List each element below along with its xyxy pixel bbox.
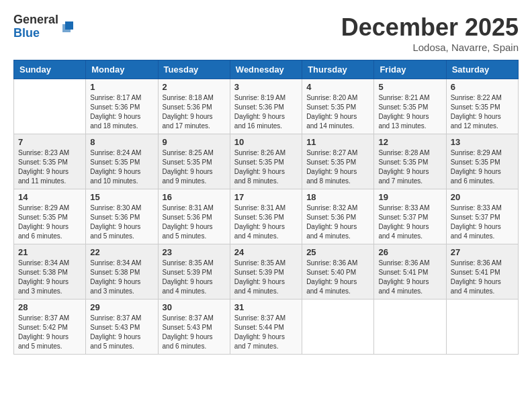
day-info: Sunrise: 8:34 AMSunset: 5:38 PMDaylight:… — [18, 259, 81, 296]
calendar-cell: 14Sunrise: 8:29 AMSunset: 5:35 PMDayligh… — [14, 189, 86, 244]
month-title: December 2025 — [341, 13, 519, 42]
day-number: 27 — [451, 247, 514, 257]
page-header: General Blue December 2025 Lodosa, Navar… — [13, 13, 519, 53]
day-info: Sunrise: 8:29 AMSunset: 5:35 PMDaylight:… — [18, 203, 81, 241]
day-info: Sunrise: 8:21 AMSunset: 5:35 PMDaylight:… — [378, 93, 441, 131]
day-info: Sunrise: 8:26 AMSunset: 5:35 PMDaylight:… — [234, 148, 298, 186]
day-info: Sunrise: 8:30 AMSunset: 5:36 PMDaylight:… — [90, 203, 153, 241]
svg-marker-1 — [62, 24, 71, 32]
day-number: 5 — [378, 82, 441, 92]
day-info: Sunrise: 8:31 AMSunset: 5:36 PMDaylight:… — [234, 203, 298, 241]
calendar-cell: 1Sunrise: 8:17 AMSunset: 5:36 PMDaylight… — [86, 79, 158, 134]
calendar-header-sunday: Sunday — [14, 60, 86, 79]
location: Lodosa, Navarre, Spain — [341, 42, 519, 53]
day-number: 31 — [234, 302, 298, 312]
day-info: Sunrise: 8:17 AMSunset: 5:36 PMDaylight:… — [90, 93, 153, 131]
day-number: 13 — [451, 137, 514, 147]
calendar-cell: 28Sunrise: 8:37 AMSunset: 5:42 PMDayligh… — [14, 300, 86, 355]
day-number: 17 — [234, 192, 298, 202]
day-info: Sunrise: 8:36 AMSunset: 5:41 PMDaylight:… — [378, 259, 441, 296]
day-info: Sunrise: 8:32 AMSunset: 5:36 PMDaylight:… — [306, 203, 369, 241]
day-number: 2 — [163, 82, 226, 92]
day-info: Sunrise: 8:22 AMSunset: 5:35 PMDaylight:… — [451, 93, 514, 131]
day-number: 19 — [378, 192, 441, 202]
day-info: Sunrise: 8:37 AMSunset: 5:44 PMDaylight:… — [234, 314, 298, 351]
calendar-cell: 22Sunrise: 8:34 AMSunset: 5:38 PMDayligh… — [86, 244, 158, 300]
calendar-header-monday: Monday — [86, 60, 158, 79]
day-info: Sunrise: 8:37 AMSunset: 5:43 PMDaylight:… — [90, 314, 153, 351]
logo-blue: Blue — [13, 27, 58, 40]
logo-general: General — [13, 13, 58, 27]
calendar-cell: 3Sunrise: 8:19 AMSunset: 5:36 PMDaylight… — [230, 79, 302, 134]
day-number: 14 — [18, 192, 81, 202]
calendar-cell: 6Sunrise: 8:22 AMSunset: 5:35 PMDaylight… — [446, 79, 518, 134]
calendar-cell: 23Sunrise: 8:35 AMSunset: 5:39 PMDayligh… — [158, 244, 230, 300]
calendar-cell: 2Sunrise: 8:18 AMSunset: 5:36 PMDaylight… — [158, 79, 230, 134]
calendar-cell: 24Sunrise: 8:35 AMSunset: 5:39 PMDayligh… — [230, 244, 302, 300]
calendar-cell: 27Sunrise: 8:36 AMSunset: 5:41 PMDayligh… — [446, 244, 518, 300]
day-info: Sunrise: 8:24 AMSunset: 5:35 PMDaylight:… — [90, 148, 153, 186]
day-info: Sunrise: 8:33 AMSunset: 5:37 PMDaylight:… — [378, 203, 441, 241]
calendar-cell: 16Sunrise: 8:31 AMSunset: 5:36 PMDayligh… — [158, 189, 230, 244]
calendar-cell: 7Sunrise: 8:23 AMSunset: 5:35 PMDaylight… — [14, 134, 86, 189]
calendar-cell: 15Sunrise: 8:30 AMSunset: 5:36 PMDayligh… — [86, 189, 158, 244]
day-info: Sunrise: 8:35 AMSunset: 5:39 PMDaylight:… — [163, 259, 226, 296]
day-number: 23 — [163, 247, 226, 257]
calendar-header-saturday: Saturday — [446, 60, 518, 79]
calendar-header-wednesday: Wednesday — [230, 60, 302, 79]
day-info: Sunrise: 8:18 AMSunset: 5:36 PMDaylight:… — [163, 93, 226, 131]
day-info: Sunrise: 8:36 AMSunset: 5:41 PMDaylight:… — [451, 259, 514, 296]
day-number: 8 — [90, 137, 153, 147]
day-number: 9 — [163, 137, 226, 147]
calendar-cell: 17Sunrise: 8:31 AMSunset: 5:36 PMDayligh… — [230, 189, 302, 244]
calendar-week-4: 21Sunrise: 8:34 AMSunset: 5:38 PMDayligh… — [14, 244, 519, 300]
logo-icon — [60, 19, 76, 35]
calendar-cell: 8Sunrise: 8:24 AMSunset: 5:35 PMDaylight… — [86, 134, 158, 189]
calendar-cell: 29Sunrise: 8:37 AMSunset: 5:43 PMDayligh… — [86, 300, 158, 355]
day-info: Sunrise: 8:28 AMSunset: 5:35 PMDaylight:… — [378, 148, 441, 186]
calendar-cell: 5Sunrise: 8:21 AMSunset: 5:35 PMDaylight… — [374, 79, 446, 134]
title-section: December 2025 Lodosa, Navarre, Spain — [341, 13, 519, 53]
day-number: 20 — [451, 192, 514, 202]
day-number: 25 — [306, 247, 369, 257]
day-info: Sunrise: 8:23 AMSunset: 5:35 PMDaylight:… — [18, 148, 81, 186]
day-info: Sunrise: 8:27 AMSunset: 5:35 PMDaylight:… — [306, 148, 369, 186]
calendar-cell: 19Sunrise: 8:33 AMSunset: 5:37 PMDayligh… — [374, 189, 446, 244]
day-info: Sunrise: 8:19 AMSunset: 5:36 PMDaylight:… — [234, 93, 298, 131]
day-number: 7 — [18, 137, 81, 147]
calendar-cell: 18Sunrise: 8:32 AMSunset: 5:36 PMDayligh… — [302, 189, 374, 244]
day-info: Sunrise: 8:34 AMSunset: 5:38 PMDaylight:… — [90, 259, 153, 296]
day-number: 1 — [90, 82, 153, 92]
calendar-cell: 10Sunrise: 8:26 AMSunset: 5:35 PMDayligh… — [230, 134, 302, 189]
day-info: Sunrise: 8:29 AMSunset: 5:35 PMDaylight:… — [451, 148, 514, 186]
day-number: 29 — [90, 302, 153, 312]
calendar-cell: 12Sunrise: 8:28 AMSunset: 5:35 PMDayligh… — [374, 134, 446, 189]
day-number: 22 — [90, 247, 153, 257]
calendar-week-2: 7Sunrise: 8:23 AMSunset: 5:35 PMDaylight… — [14, 134, 519, 189]
day-number: 16 — [163, 192, 226, 202]
calendar-cell: 31Sunrise: 8:37 AMSunset: 5:44 PMDayligh… — [230, 300, 302, 355]
day-info: Sunrise: 8:31 AMSunset: 5:36 PMDaylight:… — [163, 203, 226, 241]
calendar-cell: 9Sunrise: 8:25 AMSunset: 5:35 PMDaylight… — [158, 134, 230, 189]
calendar-cell: 21Sunrise: 8:34 AMSunset: 5:38 PMDayligh… — [14, 244, 86, 300]
day-info: Sunrise: 8:37 AMSunset: 5:42 PMDaylight:… — [18, 314, 81, 351]
day-number: 28 — [18, 302, 81, 312]
calendar-cell — [446, 300, 518, 355]
day-number: 15 — [90, 192, 153, 202]
calendar-cell — [374, 300, 446, 355]
calendar-week-3: 14Sunrise: 8:29 AMSunset: 5:35 PMDayligh… — [14, 189, 519, 244]
day-info: Sunrise: 8:37 AMSunset: 5:43 PMDaylight:… — [163, 314, 226, 351]
calendar-cell — [302, 300, 374, 355]
calendar-header-row: SundayMondayTuesdayWednesdayThursdayFrid… — [14, 60, 519, 79]
day-number: 18 — [306, 192, 369, 202]
day-info: Sunrise: 8:20 AMSunset: 5:35 PMDaylight:… — [306, 93, 369, 131]
calendar-cell: 20Sunrise: 8:33 AMSunset: 5:37 PMDayligh… — [446, 189, 518, 244]
calendar-header-thursday: Thursday — [302, 60, 374, 79]
day-number: 26 — [378, 247, 441, 257]
day-info: Sunrise: 8:33 AMSunset: 5:37 PMDaylight:… — [451, 203, 514, 241]
day-number: 4 — [306, 82, 369, 92]
calendar-week-1: 1Sunrise: 8:17 AMSunset: 5:36 PMDaylight… — [14, 79, 519, 134]
calendar-cell: 26Sunrise: 8:36 AMSunset: 5:41 PMDayligh… — [374, 244, 446, 300]
calendar-cell: 30Sunrise: 8:37 AMSunset: 5:43 PMDayligh… — [158, 300, 230, 355]
calendar-table: SundayMondayTuesdayWednesdayThursdayFrid… — [13, 60, 519, 355]
